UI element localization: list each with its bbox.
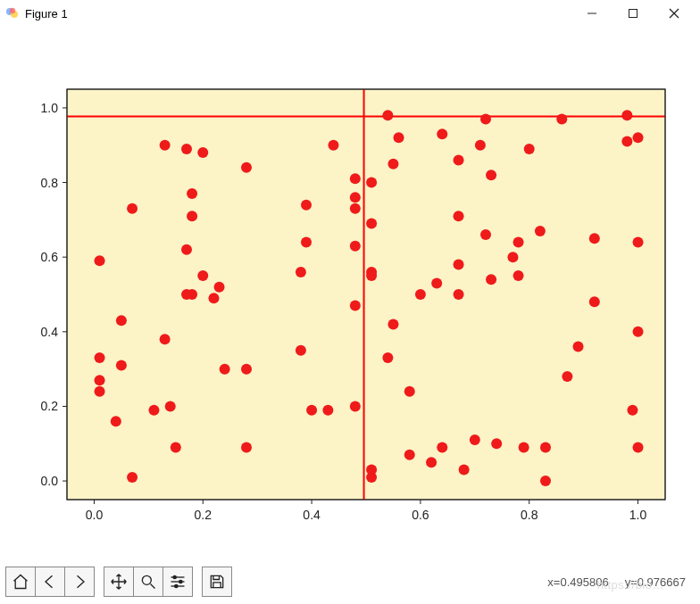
scatter-point: [589, 296, 600, 307]
app-icon: [5, 6, 20, 21]
scatter-point: [208, 293, 219, 303]
xtick-label: 0.2: [195, 508, 212, 522]
scatter-point: [95, 386, 105, 397]
scatter-point: [540, 476, 551, 486]
scatter-point: [241, 162, 252, 173]
svg-line-21: [151, 584, 155, 589]
svg-point-20: [142, 575, 151, 584]
scatter-point: [382, 352, 393, 363]
ytick-label: 0.4: [41, 325, 59, 339]
minimize-button[interactable]: [571, 0, 612, 27]
scatter-point: [306, 405, 317, 416]
xtick-label: 0.6: [412, 508, 429, 522]
scatter-point: [633, 327, 644, 337]
coord-readout: x=0.495806 y=0.976667: [547, 575, 695, 589]
scatter-point: [480, 229, 491, 240]
scatter-point: [633, 132, 644, 143]
scatter-point: [296, 267, 306, 277]
scatter-point: [470, 434, 480, 445]
maximize-button[interactable]: [612, 0, 654, 27]
nav-toolbar: x=0.495806 y=0.976667: [0, 559, 700, 604]
scatter-point: [127, 472, 138, 483]
svg-point-26: [179, 580, 182, 583]
xtick-label: 0.4: [303, 508, 321, 522]
scatter-point: [633, 236, 644, 247]
scatter-point: [431, 277, 442, 288]
scatter-point: [165, 401, 176, 411]
scatter-point: [437, 128, 447, 139]
close-button[interactable]: [654, 0, 695, 27]
scatter-point: [116, 360, 127, 370]
scatter-point: [366, 178, 377, 188]
scatter-point: [519, 442, 529, 452]
scatter-point: [589, 233, 600, 244]
scatter-point: [475, 140, 486, 151]
svg-rect-4: [629, 10, 638, 18]
scatter-point: [486, 170, 496, 180]
scatter-point: [454, 289, 464, 300]
scatter-point: [388, 159, 398, 170]
scatter-point: [486, 274, 496, 285]
scatter-point: [220, 364, 230, 375]
scatter-point: [388, 319, 398, 329]
scatter-point: [171, 442, 181, 452]
titlebar: Figure 1: [0, 0, 700, 27]
back-button[interactable]: [35, 567, 65, 597]
ytick-label: 0.8: [41, 176, 59, 190]
scatter-point: [556, 113, 567, 124]
scatter-point: [241, 442, 252, 452]
scatter-point: [454, 154, 464, 165]
scatter-point: [296, 345, 306, 356]
scatter-point: [187, 188, 197, 199]
scatter-point: [394, 132, 404, 143]
scatter-point: [459, 465, 470, 476]
scatter-point: [633, 442, 644, 452]
forward-button[interactable]: [64, 567, 95, 597]
scatter-point: [328, 140, 338, 151]
scatter-point: [404, 450, 415, 460]
scatter-point: [301, 200, 312, 211]
zoom-button[interactable]: [133, 567, 163, 597]
scatter-point: [127, 203, 138, 214]
save-button[interactable]: [202, 567, 232, 597]
svg-point-2: [10, 8, 15, 13]
scatter-point: [627, 405, 638, 416]
scatter-point: [621, 110, 632, 120]
scatter-point: [95, 375, 105, 385]
scatter-point: [535, 226, 546, 236]
scatter-point: [95, 255, 105, 266]
scatter-point: [366, 219, 377, 229]
figure-canvas[interactable]: 0.00.20.40.60.81.00.00.20.40.60.81.0: [0, 27, 700, 559]
scatter-point: [350, 192, 361, 203]
scatter-point: [350, 301, 361, 311]
svg-point-25: [173, 575, 176, 578]
scatter-point: [241, 364, 252, 375]
plot-svg: 0.00.20.40.60.81.00.00.20.40.60.81.0: [0, 27, 700, 559]
scatter-point: [148, 405, 159, 416]
scatter-point: [415, 289, 426, 300]
scatter-point: [366, 270, 377, 281]
pan-button[interactable]: [104, 567, 134, 597]
scatter-point: [95, 352, 105, 363]
xtick-label: 1.0: [629, 508, 647, 522]
scatter-point: [382, 110, 393, 120]
home-button[interactable]: [5, 567, 36, 597]
axes-face: [67, 89, 665, 500]
xtick-label: 0.0: [86, 508, 104, 522]
window-title: Figure 1: [25, 7, 68, 21]
scatter-point: [187, 289, 197, 300]
scatter-point: [197, 147, 208, 158]
scatter-point: [160, 334, 171, 344]
scatter-point: [181, 244, 192, 255]
scatter-point: [214, 282, 225, 293]
scatter-point: [513, 270, 524, 281]
scatter-point: [513, 236, 524, 247]
scatter-point: [197, 270, 208, 281]
xtick-label: 0.8: [521, 508, 538, 522]
configure-button[interactable]: [162, 567, 193, 597]
scatter-point: [187, 211, 197, 221]
ytick-label: 0.6: [41, 250, 59, 264]
ytick-label: 0.0: [41, 474, 59, 488]
scatter-point: [322, 405, 333, 416]
scatter-point: [404, 386, 415, 397]
